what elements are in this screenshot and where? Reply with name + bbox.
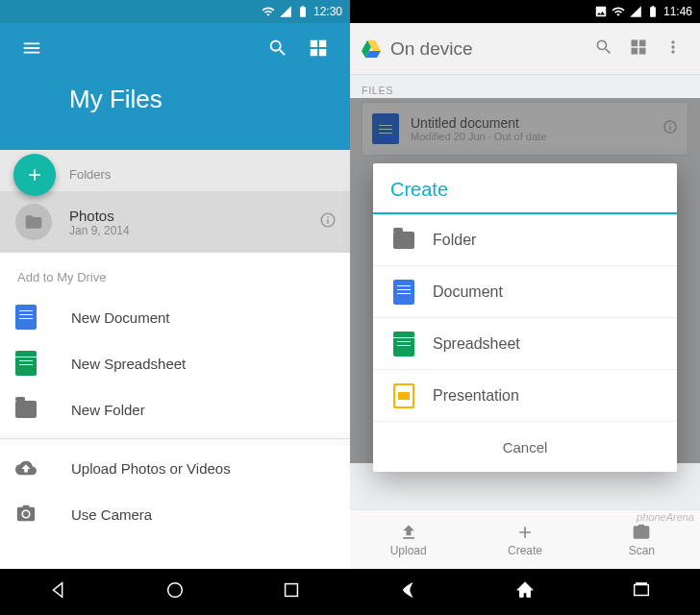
page-title: On device xyxy=(390,38,587,60)
nav-home-button[interactable] xyxy=(164,579,186,604)
wifi-icon xyxy=(262,5,275,18)
wifi-icon xyxy=(612,5,625,18)
tab-label: Create xyxy=(508,544,542,557)
sheet-icon xyxy=(15,351,37,376)
tab-label: Upload xyxy=(390,544,427,557)
search-button[interactable] xyxy=(258,28,298,72)
overflow-button[interactable] xyxy=(656,30,690,68)
view-grid-button[interactable] xyxy=(621,30,656,68)
new-folder-item[interactable]: New Folder xyxy=(0,386,350,432)
appbar xyxy=(0,23,350,77)
doc-icon xyxy=(15,305,37,330)
tab-create[interactable]: Create xyxy=(466,510,583,569)
right-content: On device FILES Untitled document Modifi… xyxy=(350,23,700,569)
left-content: My Files Folders Photos Jan 9, 2014 Add … xyxy=(0,23,350,569)
drive-icon xyxy=(360,37,383,61)
fab-add-button[interactable] xyxy=(13,154,56,196)
item-label: New Folder xyxy=(71,402,145,418)
option-label: Spreadsheet xyxy=(433,335,520,353)
camera-icon xyxy=(15,504,54,525)
status-time: 11:46 xyxy=(663,5,692,18)
folder-name: Photos xyxy=(69,208,319,224)
dialog-option-spreadsheet[interactable]: Spreadsheet xyxy=(373,318,677,370)
option-label: Document xyxy=(433,283,503,301)
item-label: Use Camera xyxy=(71,506,152,523)
phone-right: 11:46 On device FILES Untitled document … xyxy=(350,0,700,615)
watermark: phoneArena xyxy=(637,511,694,523)
battery-icon xyxy=(646,5,660,18)
dialog-title: Create xyxy=(373,163,677,212)
create-dialog: Create Folder Document Spreadsheet Prese… xyxy=(373,163,677,472)
cloud-upload-icon xyxy=(15,457,54,479)
dialog-option-folder[interactable]: Folder xyxy=(373,214,677,266)
hamburger-icon xyxy=(21,37,42,59)
files-section-label: FILES xyxy=(362,85,688,96)
nav-back-button[interactable] xyxy=(48,579,69,604)
phone-left: 12:30 My Files Folders Photos Jan 9, 201… xyxy=(0,0,350,615)
item-label: New Document xyxy=(71,309,170,326)
folder-text: Photos Jan 9, 2014 xyxy=(69,208,319,237)
search-icon xyxy=(594,37,613,57)
nav-recent-button[interactable] xyxy=(631,579,652,604)
appbar: On device xyxy=(350,23,700,75)
plus-icon xyxy=(25,165,44,184)
status-bar: 12:30 xyxy=(0,0,350,23)
use-camera-item[interactable]: Use Camera xyxy=(0,491,350,537)
option-label: Presentation xyxy=(433,387,519,405)
signal-icon xyxy=(629,5,642,18)
new-document-item[interactable]: New Document xyxy=(0,294,350,340)
folder-date: Jan 9, 2014 xyxy=(69,224,319,237)
android-navbar xyxy=(350,569,700,615)
svg-rect-5 xyxy=(635,585,649,596)
divider xyxy=(0,438,350,439)
svg-rect-1 xyxy=(286,584,298,597)
page-title: My Files xyxy=(0,77,350,114)
upload-photos-item[interactable]: Upload Photos or Videos xyxy=(0,445,350,491)
header: My Files xyxy=(0,23,350,150)
signal-icon xyxy=(279,5,292,18)
doc-icon xyxy=(393,280,414,305)
screenshot-icon xyxy=(594,5,608,18)
grid-icon xyxy=(629,37,648,57)
option-label: Folder xyxy=(433,232,476,249)
dialog-option-presentation[interactable]: Presentation xyxy=(373,370,677,422)
search-icon xyxy=(267,37,288,59)
item-label: Upload Photos or Videos xyxy=(71,460,231,477)
camera-icon xyxy=(632,523,651,542)
menu-button[interactable] xyxy=(12,28,52,72)
svg-rect-6 xyxy=(637,583,647,585)
status-time: 12:30 xyxy=(313,5,342,18)
folder-info-button[interactable] xyxy=(319,211,337,233)
view-grid-button[interactable] xyxy=(298,28,338,72)
battery-icon xyxy=(296,5,310,18)
tab-label: Scan xyxy=(629,544,655,557)
folder-row-photos[interactable]: Photos Jan 9, 2014 xyxy=(0,191,350,253)
svg-point-0 xyxy=(168,583,183,598)
add-to-drive-label: Add to My Drive xyxy=(0,253,350,294)
plus-icon xyxy=(515,523,535,542)
more-vert-icon xyxy=(663,37,683,57)
nav-recent-button[interactable] xyxy=(281,579,302,604)
dialog-option-document[interactable]: Document xyxy=(373,266,677,318)
sheet-icon xyxy=(393,332,414,357)
slides-icon xyxy=(393,383,414,408)
upload-icon xyxy=(399,523,418,542)
folder-icon xyxy=(393,232,414,249)
item-label: New Spreadsheet xyxy=(71,356,186,372)
nav-home-button[interactable] xyxy=(514,579,536,604)
folder-icon xyxy=(15,204,52,240)
folder-mini-icon xyxy=(15,401,37,418)
dialog-cancel-button[interactable]: Cancel xyxy=(373,422,677,472)
status-bar: 11:46 xyxy=(350,0,700,23)
new-spreadsheet-item[interactable]: New Spreadsheet xyxy=(0,340,350,386)
nav-back-button[interactable] xyxy=(398,579,419,604)
tab-upload[interactable]: Upload xyxy=(350,510,466,569)
search-button[interactable] xyxy=(587,30,621,68)
android-navbar xyxy=(0,569,350,615)
grid-icon xyxy=(308,37,329,59)
